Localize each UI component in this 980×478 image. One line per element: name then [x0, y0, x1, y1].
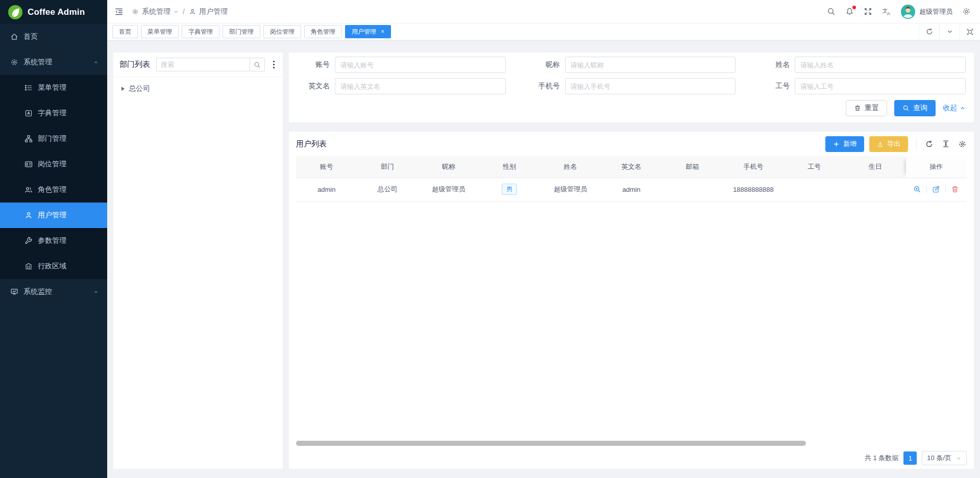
- tab-dict-admin[interactable]: 字典管理: [182, 25, 219, 38]
- account-field[interactable]: [335, 57, 506, 73]
- row-height-icon[interactable]: [942, 140, 950, 148]
- name-field[interactable]: [795, 57, 966, 73]
- dept-search-input[interactable]: [156, 58, 250, 71]
- sidebar-item-dict-admin[interactable]: 字典管理: [0, 100, 107, 126]
- breadcrumb-system-admin[interactable]: 系统管理: [132, 7, 179, 16]
- search-icon[interactable]: [827, 7, 836, 16]
- sidebar-item-system-monitor[interactable]: 系统监控: [0, 279, 107, 305]
- pagination: 共 1 条数据 1 10 条/页: [296, 447, 967, 469]
- divider: [945, 186, 946, 193]
- work-no-field[interactable]: [795, 78, 966, 94]
- app-root: Coffee Admin 首页 系统管理 菜单管理 字典管理: [0, 0, 980, 478]
- sidebar-item-user-admin[interactable]: 用户管理: [0, 203, 107, 228]
- edit-icon[interactable]: [932, 185, 940, 193]
- avatar: [901, 5, 915, 19]
- sidebar-item-label: 菜单管理: [38, 83, 99, 92]
- search-icon: [254, 61, 261, 68]
- export-button[interactable]: 导出: [869, 136, 908, 152]
- reset-button[interactable]: 重置: [846, 100, 887, 116]
- cell-dept: 总公司: [357, 178, 418, 201]
- fullscreen-icon[interactable]: [864, 7, 872, 16]
- wrench-icon: [24, 237, 33, 245]
- settings-gear-icon[interactable]: [962, 7, 971, 16]
- user-icon: [189, 8, 196, 15]
- refresh-icon[interactable]: [919, 23, 939, 40]
- collapse-form-link[interactable]: 收起: [943, 104, 966, 113]
- col-account: 账号: [296, 156, 357, 178]
- tree-caret-icon[interactable]: [121, 87, 125, 91]
- en-name-field[interactable]: [335, 78, 506, 94]
- sidebar-item-region-admin[interactable]: 行政区域: [0, 254, 107, 279]
- search-form-actions: 重置 查询 收起: [297, 100, 966, 116]
- table-header-row: 账号 部门 昵称 性别 姓名 英文名 邮箱 手机号 工号 生日 操作: [296, 156, 967, 178]
- roles-icon: [24, 186, 33, 194]
- view-icon[interactable]: [913, 185, 921, 193]
- translate-icon[interactable]: 文A: [882, 7, 891, 16]
- refresh-icon[interactable]: [925, 140, 934, 148]
- cell-phone: 18888888888: [723, 178, 783, 201]
- gear-icon: [10, 58, 18, 66]
- form-item-phone: 手机号: [527, 78, 736, 94]
- query-button[interactable]: 查询: [894, 100, 936, 116]
- form-item-account: 账号: [297, 57, 506, 73]
- table-tool-icons: [916, 140, 967, 148]
- chevron-up-icon: [93, 59, 99, 65]
- sidebar-item-menu-admin[interactable]: 菜单管理: [0, 75, 107, 100]
- col-work-no: 工号: [784, 156, 845, 178]
- tab-label: 菜单管理: [148, 28, 172, 36]
- tab-close-icon[interactable]: ×: [381, 29, 384, 35]
- trash-icon: [854, 105, 861, 112]
- search-form-grid: 账号 昵称 姓名 英文名: [297, 57, 966, 94]
- col-birthday: 生日: [845, 156, 905, 178]
- horizontal-scrollbar-thumb[interactable]: [296, 441, 806, 446]
- maximize-icon[interactable]: [960, 23, 980, 40]
- sidebar-item-param-admin[interactable]: 参数管理: [0, 228, 107, 254]
- chevron-down-icon[interactable]: [939, 23, 960, 40]
- sidebar-item-post-admin[interactable]: 岗位管理: [0, 152, 107, 177]
- export-label: 导出: [887, 139, 900, 148]
- sidebar-item-system-admin[interactable]: 系统管理: [0, 49, 107, 75]
- tab-dept-admin[interactable]: 部门管理: [223, 25, 260, 38]
- col-dept: 部门: [357, 156, 418, 178]
- breadcrumb-user-admin[interactable]: 用户管理: [189, 7, 228, 16]
- sidebar-item-dept-admin[interactable]: 部门管理: [0, 126, 107, 152]
- column-settings-gear-icon[interactable]: [958, 140, 967, 148]
- cell-account: admin: [296, 178, 357, 201]
- divider: [926, 186, 927, 193]
- delete-icon[interactable]: [951, 185, 959, 193]
- topbar: 系统管理 / 用户管理: [107, 0, 980, 23]
- dots-vertical-icon[interactable]: [271, 60, 277, 70]
- col-phone: 手机号: [723, 156, 783, 178]
- sidebar-item-home[interactable]: 首页: [0, 24, 107, 49]
- tab-home[interactable]: 首页: [112, 25, 138, 38]
- bell-icon[interactable]: [845, 7, 854, 16]
- cell-en-name: admin: [601, 178, 662, 201]
- collapse-sidebar-icon[interactable]: [114, 7, 124, 16]
- page-number-button[interactable]: 1: [903, 451, 917, 465]
- nickname-field[interactable]: [565, 57, 736, 73]
- col-en-name: 英文名: [601, 156, 662, 178]
- page-size-select[interactable]: 10 条/页: [922, 451, 967, 465]
- dept-tree-icon: [24, 135, 33, 143]
- phone-field[interactable]: [565, 78, 736, 94]
- add-button[interactable]: 新增: [825, 136, 864, 152]
- sidebar: Coffee Admin 首页 系统管理 菜单管理 字典管理: [0, 0, 107, 478]
- table-actions: 新增 导出: [825, 136, 967, 152]
- tab-role-admin[interactable]: 角色管理: [304, 25, 342, 38]
- tabbar: 首页 菜单管理 字典管理 部门管理 岗位管理 角色管理 用户管理 ×: [107, 23, 980, 40]
- tab-menu-admin[interactable]: 菜单管理: [141, 25, 179, 38]
- tab-label: 部门管理: [229, 28, 254, 36]
- topbar-actions: 文A 超级管理员: [827, 5, 971, 19]
- user-menu[interactable]: 超级管理员: [901, 5, 952, 19]
- user-table-card: 用户列表 新增 导出: [289, 132, 974, 469]
- sidebar-item-role-admin[interactable]: 角色管理: [0, 177, 107, 203]
- tree-node-head-office[interactable]: 总公司: [114, 81, 282, 96]
- field-label: 工号: [757, 82, 790, 91]
- tab-user-admin[interactable]: 用户管理 ×: [345, 25, 391, 38]
- leaf-logo-icon: [8, 5, 22, 19]
- dept-search-button[interactable]: [250, 58, 265, 71]
- tab-post-admin[interactable]: 岗位管理: [263, 25, 301, 38]
- form-item-name: 姓名: [757, 57, 966, 73]
- content: 部门列表 总公司: [107, 40, 980, 478]
- sidebar-submenu-system-admin: 菜单管理 字典管理 部门管理 岗位管理 角色管理: [0, 75, 107, 279]
